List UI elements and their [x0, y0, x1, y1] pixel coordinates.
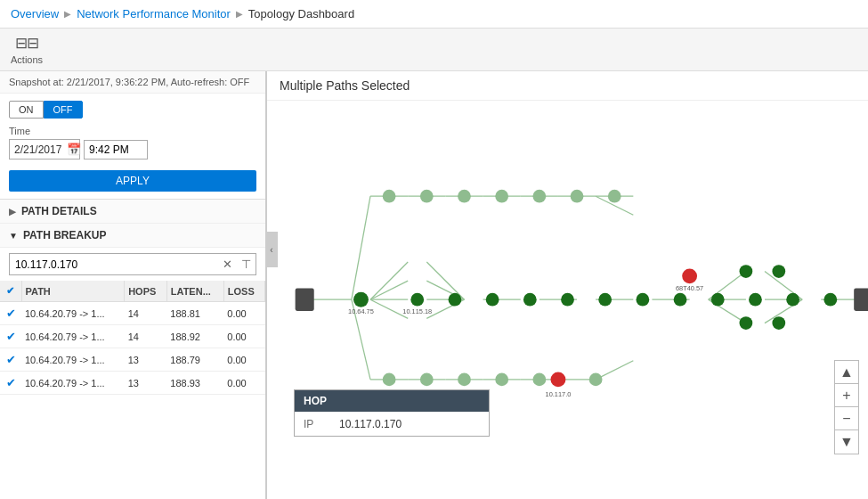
- node-4[interactable]: [486, 293, 499, 307]
- topology-canvas[interactable]: 10.64.75 10.115.18 10.117.0 68T40.57 HOP…: [267, 101, 868, 499]
- left-panel: Snapshot at: 2/21/2017, 9:36:22 PM, Auto…: [0, 71, 267, 499]
- node-lower-5[interactable]: [532, 372, 546, 386]
- row-loss: 0.00: [223, 302, 264, 325]
- node-2[interactable]: [410, 293, 424, 307]
- node-lower-6[interactable]: [589, 372, 603, 386]
- path-details-header[interactable]: ▶ PATH DETAILS: [0, 200, 265, 224]
- node-upper-1[interactable]: [383, 190, 396, 203]
- clear-icon[interactable]: ✕: [218, 254, 237, 274]
- dest-node[interactable]: [854, 289, 868, 311]
- toggle-on[interactable]: ON: [9, 101, 44, 119]
- actions-button[interactable]: ⊟⊟ Actions: [11, 34, 43, 65]
- zoom-minus-btn[interactable]: −: [835, 407, 858, 430]
- node-lower-4[interactable]: [495, 372, 508, 386]
- hop-tooltip-row: IP 10.117.0.170: [295, 412, 489, 436]
- right-panel: Multiple Paths Selected: [267, 71, 868, 499]
- row-check[interactable]: ✔: [0, 325, 21, 348]
- col-path[interactable]: PATH: [21, 281, 125, 302]
- paths-table-container: ✔ PATH HOPS LATEN... LOSS ✔ 10.64.20.79 …: [0, 281, 265, 499]
- zoom-up-btn[interactable]: ▲: [835, 361, 858, 384]
- row-latency: 188.93: [166, 372, 223, 395]
- topology-title: Multiple Paths Selected: [267, 71, 868, 101]
- breadcrumb-bar: Overview ▶ Network Performance Monitor ▶…: [0, 0, 868, 29]
- node-3[interactable]: [449, 293, 462, 307]
- breadcrumb-sep1: ▶: [64, 9, 71, 19]
- red-node-upper[interactable]: [682, 268, 697, 283]
- path-details-arrow: ▶: [9, 207, 16, 217]
- node-upper-3[interactable]: [458, 190, 471, 203]
- node-5[interactable]: [523, 293, 537, 307]
- node-11[interactable]: [749, 293, 762, 307]
- auto-refresh-toggle[interactable]: ON OFF: [9, 101, 256, 119]
- node-10[interactable]: [711, 293, 725, 307]
- row-hops: 13: [125, 372, 167, 395]
- table-row[interactable]: ✔ 10.64.20.79 -> 1... 13 188.93 0.00: [0, 372, 265, 395]
- node-upper-5[interactable]: [532, 190, 546, 203]
- node-8[interactable]: [636, 293, 649, 307]
- row-path: 10.64.20.79 -> 1...: [21, 372, 125, 395]
- check-all-icon[interactable]: ✔: [6, 285, 14, 296]
- path-breakup-arrow: ▼: [9, 231, 18, 241]
- row-path: 10.64.20.79 -> 1...: [21, 302, 125, 325]
- node-branch-4[interactable]: [772, 316, 785, 330]
- row-hops: 13: [125, 348, 167, 372]
- apply-button[interactable]: APPLY: [9, 170, 256, 192]
- node-label-1: 10.64.75: [348, 307, 374, 315]
- node-branch-1[interactable]: [740, 265, 753, 278]
- search-row: ✕ ⊤: [9, 253, 256, 275]
- table-row[interactable]: ✔ 10.64.20.79 -> 1... 14 188.92 0.00: [0, 325, 265, 348]
- node-upper-6[interactable]: [571, 190, 584, 203]
- calendar-icon[interactable]: 📅: [67, 143, 81, 156]
- zoom-plus-btn[interactable]: +: [835, 384, 858, 407]
- node-1[interactable]: [353, 292, 369, 307]
- search-input[interactable]: [10, 255, 218, 274]
- svg-line-5: [426, 262, 464, 299]
- row-check[interactable]: ✔: [0, 348, 21, 372]
- row-check[interactable]: ✔: [0, 302, 21, 325]
- node-lower-1[interactable]: [383, 372, 396, 386]
- path-breakup-label: PATH BREAKUP: [23, 229, 107, 241]
- node-upper-7[interactable]: [608, 190, 621, 203]
- node-upper-2[interactable]: [420, 190, 434, 203]
- node-7[interactable]: [598, 293, 612, 307]
- snapshot-bar: Snapshot at: 2/21/2017, 9:36:22 PM, Auto…: [0, 71, 265, 94]
- col-hops[interactable]: HOPS: [125, 281, 167, 302]
- path-breakup-header[interactable]: ▼ PATH BREAKUP: [0, 224, 265, 248]
- breadcrumb-sep2: ▶: [236, 9, 243, 19]
- node-branch-2[interactable]: [740, 316, 753, 330]
- date-value[interactable]: 2/21/2017: [14, 143, 61, 156]
- filter-icon[interactable]: ⊤: [237, 254, 256, 274]
- source-node[interactable]: [296, 289, 314, 311]
- panel-collapse-btn[interactable]: ‹: [265, 232, 278, 267]
- row-check[interactable]: ✔: [0, 372, 21, 395]
- col-loss[interactable]: LOSS: [223, 281, 264, 302]
- zoom-down-btn[interactable]: ▼: [835, 430, 858, 454]
- time-input[interactable]: [84, 140, 148, 160]
- row-loss: 0.00: [223, 372, 264, 395]
- snapshot-text: Snapshot at: 2/21/2017, 9:36:22 PM, Auto…: [9, 77, 249, 87]
- toggle-off[interactable]: OFF: [44, 101, 83, 119]
- table-header-row: ✔ PATH HOPS LATEN... LOSS: [0, 281, 265, 302]
- node-lower-2[interactable]: [420, 372, 434, 386]
- node-lower-3[interactable]: [458, 372, 471, 386]
- table-row[interactable]: ✔ 10.64.20.79 -> 1... 14 188.81 0.00: [0, 302, 265, 325]
- paths-table: ✔ PATH HOPS LATEN... LOSS ✔ 10.64.20.79 …: [0, 281, 265, 395]
- breadcrumb-overview[interactable]: Overview: [11, 7, 59, 20]
- row-loss: 0.00: [223, 348, 264, 372]
- node-upper-4[interactable]: [495, 190, 508, 203]
- row-path: 10.64.20.79 -> 1...: [21, 348, 125, 372]
- red-node-lower[interactable]: [551, 372, 566, 387]
- node-6[interactable]: [561, 293, 574, 307]
- node-12[interactable]: [786, 293, 799, 307]
- col-latency[interactable]: LATEN...: [166, 281, 223, 302]
- breadcrumb-monitor[interactable]: Network Performance Monitor: [77, 7, 231, 20]
- node-9[interactable]: [674, 293, 687, 307]
- row-hops: 14: [125, 302, 167, 325]
- table-row[interactable]: ✔ 10.64.20.79 -> 1... 13 188.79 0.00: [0, 348, 265, 372]
- actions-icon: ⊟⊟: [15, 34, 38, 53]
- time-row: 2/21/2017 📅: [9, 139, 256, 160]
- row-latency: 188.92: [166, 325, 223, 348]
- node-branch-3[interactable]: [772, 265, 785, 278]
- node-13[interactable]: [823, 293, 837, 307]
- svg-line-2: [370, 281, 408, 299]
